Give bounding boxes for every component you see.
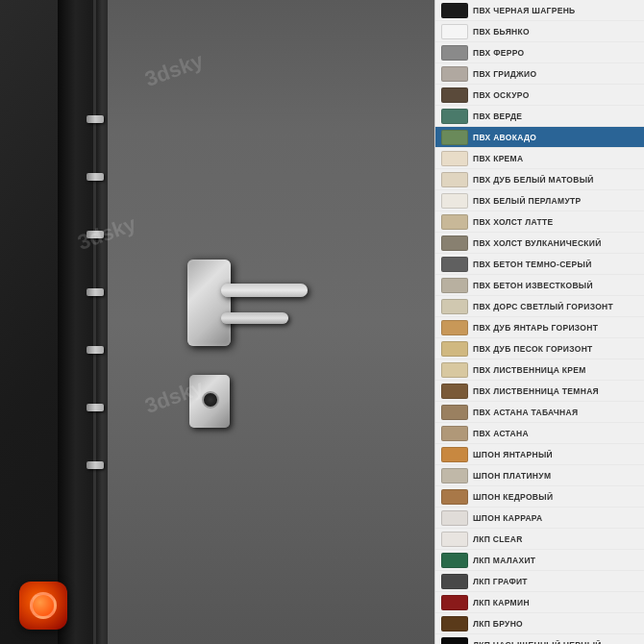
- color-label-pvh-listvennica-temnaya: ПВХ ЛИСТВЕННИЦА ТЕМНАЯ: [473, 386, 599, 396]
- color-item-pvh-krema[interactable]: ПВХ КРЕМА: [435, 148, 644, 169]
- color-label-pvh-astana-tabachnaya: ПВХ АСТАНА ТАБАЧНАЯ: [473, 408, 578, 417]
- door-bolt-4: [87, 288, 104, 296]
- color-item-pvh-astana-tabachnaya[interactable]: ПВХ АСТАНА ТАБАЧНАЯ: [435, 402, 644, 423]
- color-item-pvh-dors-svetlyy[interactable]: ПВХ ДОРС СВЕТЛЫЙ ГОРИЗОНТ: [435, 296, 644, 317]
- color-item-pvh-gridzhio[interactable]: ПВХ ГРИДЖИО: [435, 63, 644, 85]
- color-swatch-pvh-beton-izvest: [441, 278, 468, 293]
- color-swatch-pvh-astana-tabachnaya: [441, 405, 468, 420]
- color-swatch-lkp-bruno: [441, 616, 468, 632]
- color-swatch-lkp-malahit: [441, 553, 468, 568]
- color-swatch-shpon-kedrovyy: [441, 489, 468, 505]
- color-item-pvh-dub-pesok[interactable]: ПВХ ДУБ ПЕСОК ГОРИЗОНТ: [435, 338, 644, 359]
- door-bolt-6: [87, 404, 104, 411]
- color-swatch-shpon-karrara: [441, 510, 468, 526]
- color-item-lkp-bruno[interactable]: ЛКП БРУНО: [435, 613, 644, 634]
- color-item-shpon-platinm[interactable]: ШПОН ПЛАТИНУМ: [435, 465, 644, 486]
- color-swatch-pvh-holst-latte: [441, 214, 468, 230]
- color-swatch-pvh-dub-belyy: [441, 172, 468, 187]
- color-label-pvh-holst-vulkan: ПВХ ХОЛСТ ВУЛКАНИЧЕСКИЙ: [473, 238, 602, 248]
- color-swatch-lkp-karmin: [441, 595, 468, 610]
- color-swatch-pvh-avokado: [441, 130, 468, 145]
- color-label-lkp-malahit: ЛКП МАЛАХИТ: [473, 556, 535, 565]
- corona-inner: [30, 592, 57, 619]
- color-item-pvh-oskuro[interactable]: ПВХ ОСКУРО: [435, 85, 644, 106]
- color-label-lkp-karmin: ЛКП КАРМИН: [473, 598, 530, 607]
- color-swatch-pvh-krema: [441, 151, 468, 166]
- color-swatch-pvh-dub-pesok: [441, 341, 468, 357]
- color-panel[interactable]: ПВХ ЧЕРНАЯ ШАГРЕНЬПВХ БЬЯНКОПВХ ФЕРРОПВХ…: [434, 0, 644, 644]
- color-swatch-pvh-listvennica-krem: [441, 362, 468, 378]
- handle-plate: [187, 260, 231, 346]
- color-label-pvh-ferro: ПВХ ФЕРРО: [473, 48, 524, 58]
- color-swatch-lkp-clear: [441, 532, 468, 547]
- color-item-pvh-beton-izvest[interactable]: ПВХ БЕТОН ИЗВЕСТКОВЫЙ: [435, 275, 644, 296]
- color-swatch-pvh-byyanko: [441, 24, 468, 39]
- color-item-pvh-beton-temno[interactable]: ПВХ БЕТОН ТЕМНО-СЕРЫЙ: [435, 254, 644, 275]
- color-label-lkp-bruno: ЛКП БРУНО: [473, 619, 523, 629]
- color-item-lkp-karmin[interactable]: ЛКП КАРМИН: [435, 592, 644, 613]
- color-item-pvh-astana[interactable]: ПВХ АСТАНА: [435, 423, 644, 444]
- color-item-pvh-dub-belyy[interactable]: ПВХ ДУБ БЕЛЫЙ МАТОВЫЙ: [435, 169, 644, 190]
- color-label-pvh-holst-latte: ПВХ ХОЛСТ ЛАТТЕ: [473, 217, 553, 227]
- color-swatch-pvh-dub-yantar: [441, 320, 468, 335]
- color-label-shpon-yantarnyy: ШПОН ЯНТАРНЫЙ: [473, 450, 553, 459]
- color-item-lkp-clear[interactable]: ЛКП CLEAR: [435, 529, 644, 550]
- color-item-lkp-malahit[interactable]: ЛКП МАЛАХИТ: [435, 550, 644, 571]
- color-label-shpon-karrara: ШПОН КАРРАРА: [473, 513, 542, 523]
- color-item-pvh-avokado[interactable]: ПВХ АВОКАДО: [435, 127, 644, 148]
- door-frame: [58, 0, 96, 644]
- color-item-lkp-nasyshchennyy[interactable]: ЛКП НАСЫЩЕННЫЙ ЧЕРНЫЙ: [435, 634, 644, 644]
- color-label-pvh-dub-pesok: ПВХ ДУБ ПЕСОК ГОРИЗОНТ: [473, 344, 593, 354]
- color-label-pvh-beton-temno: ПВХ БЕТОН ТЕМНО-СЕРЫЙ: [473, 260, 592, 269]
- door-bolt-5: [87, 346, 104, 354]
- color-item-pvh-listvennica-temnaya[interactable]: ПВХ ЛИСТВЕННИЦА ТЕМНАЯ: [435, 381, 644, 402]
- color-label-pvh-belyy-perlamut: ПВХ БЕЛЫЙ ПЕРЛАМУТР: [473, 196, 581, 206]
- color-label-lkp-clear: ЛКП CLEAR: [473, 534, 523, 544]
- color-swatch-pvh-ferro: [441, 45, 468, 61]
- color-label-pvh-byyanko: ПВХ БЬЯНКО: [473, 27, 530, 37]
- color-item-lkp-grafit[interactable]: ЛКП ГРАФИТ: [435, 571, 644, 592]
- color-swatch-pvh-holst-vulkan: [441, 235, 468, 251]
- color-swatch-pvh-dors-svetlyy: [441, 299, 468, 314]
- color-item-pvh-listvennica-krem[interactable]: ПВХ ЛИСТВЕННИЦА КРЕМ: [435, 359, 644, 381]
- color-label-pvh-dub-belyy: ПВХ ДУБ БЕЛЫЙ МАТОВЫЙ: [473, 175, 594, 185]
- color-label-lkp-nasyshchennyy: ЛКП НАСЫЩЕННЫЙ ЧЕРНЫЙ: [473, 640, 602, 645]
- color-label-pvh-dors-svetlyy: ПВХ ДОРС СВЕТЛЫЙ ГОРИЗОНТ: [473, 302, 613, 311]
- color-item-pvh-ferro[interactable]: ПВХ ФЕРРО: [435, 42, 644, 63]
- color-swatch-pvh-oskuro: [441, 87, 468, 103]
- color-item-shpon-yantarnyy[interactable]: ШПОН ЯНТАРНЫЙ: [435, 444, 644, 465]
- color-label-lkp-grafit: ЛКП ГРАФИТ: [473, 577, 528, 586]
- color-item-pvh-chernaya[interactable]: ПВХ ЧЕРНАЯ ШАГРЕНЬ: [435, 0, 644, 21]
- color-swatch-lkp-grafit: [441, 574, 468, 589]
- color-label-shpon-kedrovyy: ШПОН КЕДРОВЫЙ: [473, 492, 553, 502]
- color-item-pvh-byyanko[interactable]: ПВХ БЬЯНКО: [435, 21, 644, 42]
- color-label-pvh-gridzhio: ПВХ ГРИДЖИО: [473, 69, 536, 79]
- color-item-shpon-kedrovyy[interactable]: ШПОН КЕДРОВЫЙ: [435, 486, 644, 508]
- door-bolt-7: [87, 461, 104, 469]
- color-swatch-pvh-astana: [441, 426, 468, 441]
- color-label-shpon-platinm: ШПОН ПЛАТИНУМ: [473, 471, 551, 481]
- color-item-shpon-karrara[interactable]: ШПОН КАРРАРА: [435, 508, 644, 529]
- color-swatch-shpon-yantarnyy: [441, 447, 468, 462]
- color-swatch-pvh-gridzhio: [441, 66, 468, 82]
- color-swatch-pvh-listvennica-temnaya: [441, 384, 468, 399]
- corona-logo: [19, 582, 67, 630]
- color-swatch-shpon-platinm: [441, 468, 468, 483]
- door-bolt-2: [87, 173, 104, 181]
- color-swatch-pvh-chernaya: [441, 3, 468, 18]
- door-panel: 3dsky 3dsky 3dsky: [0, 0, 434, 644]
- color-item-pvh-belyy-perlamut[interactable]: ПВХ БЕЛЫЙ ПЕРЛАМУТР: [435, 190, 644, 211]
- color-item-pvh-verde[interactable]: ПВХ ВЕРДЕ: [435, 106, 644, 127]
- color-label-pvh-listvennica-krem: ПВХ ЛИСТВЕННИЦА КРЕМ: [473, 365, 586, 375]
- color-swatch-pvh-belyy-perlamut: [441, 193, 468, 209]
- color-label-pvh-astana: ПВХ АСТАНА: [473, 429, 529, 438]
- color-swatch-pvh-beton-temno: [441, 257, 468, 272]
- handle-bar-bottom: [221, 312, 288, 324]
- color-label-pvh-krema: ПВХ КРЕМА: [473, 154, 523, 163]
- color-item-pvh-holst-latte[interactable]: ПВХ ХОЛСТ ЛАТТЕ: [435, 211, 644, 233]
- color-label-pvh-verde: ПВХ ВЕРДЕ: [473, 111, 522, 121]
- door-edge: [96, 0, 108, 644]
- color-item-pvh-holst-vulkan[interactable]: ПВХ ХОЛСТ ВУЛКАНИЧЕСКИЙ: [435, 233, 644, 254]
- color-item-pvh-dub-yantar[interactable]: ПВХ ДУБ ЯНТАРЬ ГОРИЗОНТ: [435, 317, 644, 338]
- handle-bar: [221, 284, 308, 297]
